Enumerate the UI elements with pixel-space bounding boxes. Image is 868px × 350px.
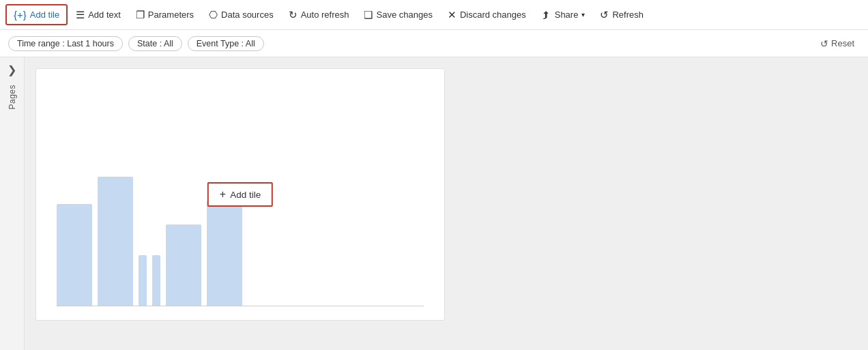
filter-bar: Time range : Last 1 hours State : All Ev… — [0, 30, 868, 57]
save-changes-label: Save changes — [376, 10, 432, 20]
add-tile-center-button[interactable]: + Add tile — [207, 182, 273, 207]
bar-6 — [207, 201, 242, 306]
add-tile-center-icon: + — [220, 188, 226, 201]
reset-button[interactable]: ↺ Reset — [815, 35, 860, 52]
share-label: Share — [555, 10, 579, 20]
share-icon: ⮭ — [541, 9, 551, 20]
bar-4 — [152, 255, 160, 306]
time-range-filter[interactable]: Time range : Last 1 hours — [8, 36, 123, 51]
data-sources-label: Data sources — [221, 10, 274, 20]
bar-2 — [98, 177, 133, 306]
auto-refresh-label: Auto refresh — [301, 10, 349, 20]
bar-1 — [57, 204, 92, 306]
data-sources-button[interactable]: ⎔ Data sources — [202, 5, 280, 25]
pages-label: Pages — [8, 85, 17, 110]
bar-5 — [166, 224, 201, 306]
add-tile-icon: {+} — [14, 9, 27, 20]
data-sources-icon: ⎔ — [209, 9, 218, 21]
state-label: State : All — [137, 39, 173, 48]
expand-sidebar-button[interactable]: ❯ — [0, 57, 25, 82]
chart-baseline — [57, 306, 424, 306]
discard-changes-label: Discard changes — [460, 10, 526, 20]
save-changes-button[interactable]: ❑ Save changes — [357, 5, 439, 25]
event-type-filter[interactable]: Event Type : All — [188, 36, 264, 51]
share-button[interactable]: ⮭ Share ▾ — [534, 5, 592, 24]
add-text-icon: ☰ — [76, 9, 85, 21]
add-tile-center-label: Add tile — [230, 190, 261, 200]
auto-refresh-button[interactable]: ↻ Auto refresh — [282, 5, 356, 25]
reset-icon: ↺ — [820, 38, 828, 49]
chart-container — [57, 149, 424, 306]
reset-label: Reset — [831, 38, 854, 48]
parameters-icon: ❐ — [136, 9, 145, 21]
main-content: ❯ Pages + Add tile — [0, 57, 868, 350]
bar-3 — [139, 255, 147, 306]
refresh-icon: ↺ — [600, 9, 609, 21]
time-range-label: Time range : Last 1 hours — [17, 39, 114, 48]
parameters-label: Parameters — [148, 10, 194, 20]
refresh-button[interactable]: ↺ Refresh — [593, 5, 650, 25]
add-text-button[interactable]: ☰ Add text — [69, 5, 128, 25]
chevron-right-icon: ❯ — [8, 63, 16, 76]
refresh-label: Refresh — [612, 10, 643, 20]
add-tile-button[interactable]: {+} Add tile — [5, 4, 68, 25]
canvas-area: + Add tile — [25, 57, 457, 350]
side-panel: ❯ Pages — [0, 57, 25, 350]
toolbar: {+} Add tile ☰ Add text ❐ Parameters ⎔ D… — [0, 0, 868, 30]
save-icon: ❑ — [364, 9, 373, 21]
dashboard-card: + Add tile — [35, 68, 445, 321]
discard-changes-button[interactable]: ✕ Discard changes — [441, 5, 533, 25]
discard-icon: ✕ — [448, 9, 457, 21]
add-text-label: Add text — [88, 10, 121, 20]
event-type-label: Event Type : All — [197, 39, 255, 48]
parameters-button[interactable]: ❐ Parameters — [129, 5, 201, 25]
share-chevron-icon: ▾ — [581, 11, 585, 18]
state-filter[interactable]: State : All — [128, 36, 182, 51]
add-tile-label: Add tile — [30, 10, 59, 20]
right-empty-area — [457, 57, 868, 350]
auto-refresh-icon: ↻ — [289, 9, 298, 21]
